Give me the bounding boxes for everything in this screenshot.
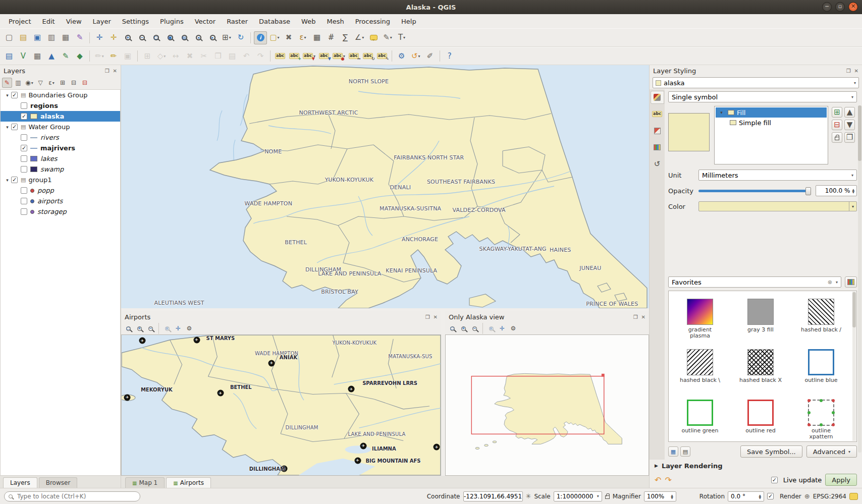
pan-view-button[interactable]: ✛ xyxy=(173,323,183,333)
menu-web[interactable]: Web xyxy=(296,16,321,27)
scale-lock-icon[interactable] xyxy=(605,495,610,499)
menu-layer[interactable]: Layer xyxy=(87,16,117,27)
deselect-features-button[interactable]: ✖ xyxy=(282,31,295,44)
duplicate-symbol-layer-button[interactable]: ❐ xyxy=(844,132,855,143)
zoom-to-layer-button[interactable]: ▤ xyxy=(178,31,191,44)
save-layer-edits-button[interactable]: ▣ xyxy=(121,49,134,63)
pin-unpin-labels-button[interactable]: abc▼▾ xyxy=(302,49,316,63)
airports-map-canvas[interactable]: YUKON-KOYUKUKWADE HAMPTONMATANUSKA-SUSDI… xyxy=(121,334,441,476)
zoom-to-selection-button[interactable]: ▣ xyxy=(164,31,177,44)
zoom-full-button[interactable]: □ xyxy=(447,323,457,333)
undo-style-icon[interactable]: ↶ xyxy=(655,475,661,485)
layer-labeling-options-button[interactable]: abc+ xyxy=(288,49,301,63)
zoom-next-button[interactable]: ▸ xyxy=(206,31,219,44)
layer-row-water-group[interactable]: ▾✓▤Water Group xyxy=(1,122,120,132)
symbol-outline-blue[interactable]: outline blue xyxy=(791,345,851,395)
project-save-button[interactable]: ▣ xyxy=(31,31,44,44)
new-shapefile-layer-button[interactable]: ✎ xyxy=(59,49,72,63)
live-update-checkbox[interactable]: ✓ xyxy=(771,477,778,483)
move-symbol-down-button[interactable]: ▼ xyxy=(844,120,855,130)
delete-selected-button[interactable]: ✖ xyxy=(183,49,196,63)
layer-rendering-section[interactable]: ▶ Layer Rendering xyxy=(650,460,862,472)
layer-row-swamp[interactable]: swamp xyxy=(1,164,120,175)
labels-tab[interactable]: abc xyxy=(651,107,664,121)
magnifier-spinbox[interactable]: 100% ▲▼ xyxy=(644,491,676,501)
select-features-button[interactable]: ▢▾ xyxy=(268,31,281,44)
filter-legend-button[interactable]: ▽ xyxy=(35,78,45,88)
zoom-out-button[interactable]: − xyxy=(469,323,479,333)
change-label-button[interactable]: abc✎ xyxy=(375,49,389,63)
symbol-filter-select[interactable]: Favorites ⊗ ▾ xyxy=(668,276,841,288)
map-tips-button[interactable] xyxy=(367,31,380,44)
layer-checkbox[interactable] xyxy=(21,134,27,141)
pan-to-selection-button[interactable]: ✛ xyxy=(107,31,120,44)
locator-search[interactable] xyxy=(4,491,140,501)
add-symbol-layer-button[interactable]: ⊞ xyxy=(832,107,842,118)
menu-edit[interactable]: Edit xyxy=(36,16,60,27)
toggle-editing-button[interactable]: ✏ xyxy=(107,49,120,63)
layer-row-airports[interactable]: airports xyxy=(1,196,120,206)
map-tab-map-1[interactable]: ▦Map 1 xyxy=(125,477,165,488)
vertex-tool-button[interactable]: ◇▾ xyxy=(155,49,168,63)
pan-map-button[interactable]: ✛ xyxy=(93,31,106,44)
spin-arrows-icon[interactable]: ▲▼ xyxy=(759,494,761,499)
layer-row-rivers[interactable]: rivers xyxy=(1,132,120,143)
rotation-spinbox[interactable]: 0.0 ° ▲▼ xyxy=(728,491,764,501)
symbol-hashed-black[interactable]: hashed black \ xyxy=(670,345,730,395)
zoom-last-button[interactable]: ◂ xyxy=(192,31,205,44)
unit-select[interactable]: Millimeters ▾ xyxy=(698,170,857,181)
new-geopackage-layer-button[interactable]: ◆ xyxy=(73,49,86,63)
move-symbol-up-button[interactable]: ▲ xyxy=(844,107,855,118)
redo-button[interactable]: ↷ xyxy=(254,49,267,63)
scale-combobox[interactable]: 1:10000000 ▾ xyxy=(554,491,602,501)
symbol-type-select[interactable]: Single symbol ▾ xyxy=(668,91,857,102)
layer-row-storagep[interactable]: storagep xyxy=(1,206,120,217)
map-tab-airports[interactable]: ▦Airports xyxy=(166,477,211,488)
move-label-button[interactable]: abc↔ xyxy=(347,49,360,63)
zoom-out-button[interactable]: − xyxy=(145,323,155,333)
zoom-to-selection-button[interactable]: ▣ xyxy=(162,323,172,333)
zoom-in-button[interactable]: + xyxy=(121,31,134,44)
minimize-button[interactable]: − xyxy=(822,2,832,12)
add-raster-layer-button[interactable]: ▦ xyxy=(31,49,44,63)
data-source-manager-button[interactable]: ▤ xyxy=(3,49,16,63)
close-panel-icon[interactable]: ✕ xyxy=(434,314,438,320)
spin-arrows-icon[interactable]: ▲▼ xyxy=(671,494,673,499)
menu-mesh[interactable]: Mesh xyxy=(321,16,349,27)
close-button[interactable]: ✕ xyxy=(848,2,858,12)
manage-map-themes-button[interactable]: ◉▾ xyxy=(24,78,34,88)
zoom-in-button[interactable]: + xyxy=(458,323,468,333)
layer-row-alaska[interactable]: ✓alaska xyxy=(1,111,120,122)
extents-icon[interactable]: ✳ xyxy=(526,492,531,500)
text-annotation-button[interactable]: T▾ xyxy=(395,31,408,44)
color-button[interactable]: ▾ xyxy=(698,201,857,211)
zoom-out-button[interactable]: − xyxy=(135,31,148,44)
add-group-button[interactable]: ▥ xyxy=(13,78,23,88)
undock-icon[interactable]: ❐ xyxy=(633,314,638,320)
processing-toolbox-button[interactable]: ⚙ xyxy=(395,49,408,63)
symbol-outline-xpattern[interactable]: outline xpattern xyxy=(791,395,851,442)
filter-by-expression-button[interactable]: ε▾ xyxy=(46,78,57,88)
copy-features-button[interactable]: ❐ xyxy=(211,49,225,63)
layer-checkbox[interactable] xyxy=(21,187,27,194)
layer-labeling-button[interactable]: abc xyxy=(274,49,287,63)
history-tab[interactable]: ↺ xyxy=(651,157,664,171)
scrollbar-thumb[interactable] xyxy=(858,105,861,161)
layer-row-lakes[interactable]: lakes xyxy=(1,153,120,164)
zoom-to-selection-button[interactable]: ▣ xyxy=(486,323,496,333)
advanced-button[interactable]: Advanced ▾ xyxy=(806,445,857,458)
menu-raster[interactable]: Raster xyxy=(221,16,253,27)
layer-row-regions[interactable]: regions xyxy=(1,100,120,111)
move-feature-button[interactable]: ↔ xyxy=(169,49,182,63)
refresh-map-button[interactable]: ↻ xyxy=(234,31,247,44)
open-attribute-table-button[interactable]: ▦ xyxy=(310,31,324,44)
apply-button[interactable]: Apply xyxy=(825,474,857,486)
statistics-summary-button[interactable]: ∑ xyxy=(339,31,352,44)
add-mesh-layer-button[interactable]: ▲ xyxy=(45,49,58,63)
measure-button[interactable]: ∠▾ xyxy=(353,31,366,44)
symbol-gradient-plasma[interactable]: gradient plasma xyxy=(670,294,730,345)
add-feature-button[interactable]: ⊞ xyxy=(141,49,154,63)
paste-features-button[interactable]: ▤ xyxy=(226,49,239,63)
project-new-button[interactable]: ▢ xyxy=(3,31,16,44)
tab-browser[interactable]: Browser xyxy=(39,477,78,488)
